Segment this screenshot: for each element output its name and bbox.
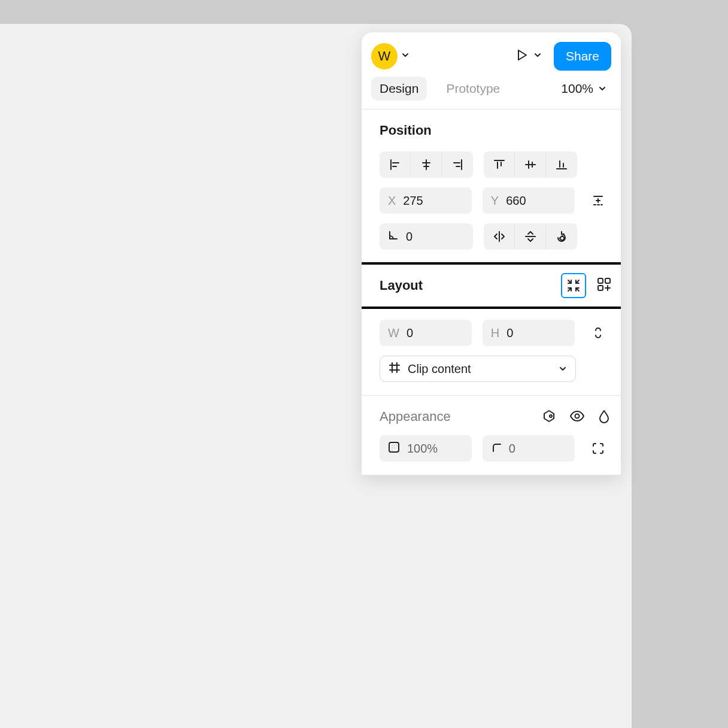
y-label: Y: [491, 194, 499, 208]
constrain-proportions-button[interactable]: [586, 320, 611, 346]
corner-radius-field[interactable]: 0: [483, 435, 575, 462]
h-value: 0: [506, 326, 530, 340]
share-button[interactable]: Share: [554, 42, 611, 71]
inspector-panel: W Share Design Prototype 100%: [362, 32, 621, 475]
opacity-grid-icon: [388, 441, 400, 456]
svg-point-41: [575, 414, 580, 418]
layout-title: Layout: [380, 278, 423, 293]
zoom-value: 100%: [561, 81, 593, 96]
opacity-field[interactable]: 100%: [380, 435, 472, 462]
x-label: X: [388, 194, 396, 208]
svg-rect-31: [605, 278, 610, 283]
radius-value: 0: [509, 442, 533, 456]
blend-mode-icon[interactable]: [542, 409, 556, 426]
corner-radius-icon: [491, 442, 502, 455]
play-icon[interactable]: [514, 47, 530, 65]
opacity-value: 100%: [407, 442, 438, 456]
h-label: H: [491, 326, 499, 340]
svg-point-45: [396, 445, 397, 445]
transform-group: [484, 223, 577, 250]
align-right-button[interactable]: [442, 151, 473, 178]
x-value: 275: [403, 194, 427, 208]
auto-layout-add-button[interactable]: [596, 276, 612, 295]
svg-point-44: [394, 445, 395, 445]
height-field[interactable]: H 0: [483, 320, 575, 346]
clip-content-dropdown[interactable]: Clip content: [380, 356, 576, 382]
rotate-90-button[interactable]: [546, 223, 577, 250]
align-vertical-group: [484, 151, 577, 178]
share-label: Share: [566, 49, 599, 63]
align-horizontal-group: [380, 151, 473, 178]
align-bottom-button[interactable]: [546, 151, 577, 178]
appearance-title: Appearance: [380, 409, 451, 424]
svg-rect-30: [598, 278, 603, 283]
individual-corners-button[interactable]: [586, 435, 611, 462]
rotation-field[interactable]: 0: [380, 223, 473, 250]
align-top-button[interactable]: [484, 151, 515, 178]
svg-rect-32: [598, 286, 603, 290]
tab-prototype[interactable]: Prototype: [438, 77, 508, 101]
svg-point-46: [392, 447, 392, 448]
clip-content-label: Clip content: [408, 362, 471, 376]
play-menu-caret[interactable]: [533, 51, 542, 62]
position-x-field[interactable]: X 275: [380, 187, 472, 214]
align-hcenter-button[interactable]: [411, 151, 442, 178]
avatar-initial: W: [378, 48, 391, 64]
align-vcenter-button[interactable]: [515, 151, 546, 178]
chevron-down-icon: [559, 365, 567, 373]
angle-icon: [388, 230, 399, 243]
svg-point-47: [394, 447, 395, 448]
chevron-down-icon: [598, 84, 606, 93]
position-y-field[interactable]: Y 660: [483, 187, 575, 214]
opacity-drop-icon[interactable]: [598, 409, 610, 426]
frame-icon: [389, 362, 401, 377]
svg-marker-0: [518, 50, 526, 60]
svg-rect-42: [389, 442, 399, 452]
avatar-menu-caret[interactable]: [401, 51, 410, 62]
resize-to-fit-button[interactable]: [561, 273, 586, 298]
y-value: 660: [506, 194, 530, 208]
tab-design[interactable]: Design: [371, 77, 427, 101]
flip-horizontal-button[interactable]: [484, 223, 515, 250]
rotation-value: 0: [406, 230, 430, 244]
align-left-button[interactable]: [380, 151, 411, 178]
flip-vertical-button[interactable]: [515, 223, 546, 250]
absolute-position-button[interactable]: [586, 187, 611, 214]
visibility-icon[interactable]: [569, 409, 585, 426]
svg-point-48: [392, 450, 392, 450]
width-field[interactable]: W 0: [380, 320, 472, 346]
w-label: W: [388, 326, 399, 340]
svg-point-40: [550, 415, 552, 417]
zoom-dropdown[interactable]: 100%: [561, 81, 611, 96]
svg-point-43: [392, 445, 392, 445]
layout-section-header: Layout: [362, 262, 621, 309]
user-avatar[interactable]: W: [371, 43, 398, 69]
w-value: 0: [407, 326, 430, 340]
position-title: Position: [380, 123, 611, 138]
